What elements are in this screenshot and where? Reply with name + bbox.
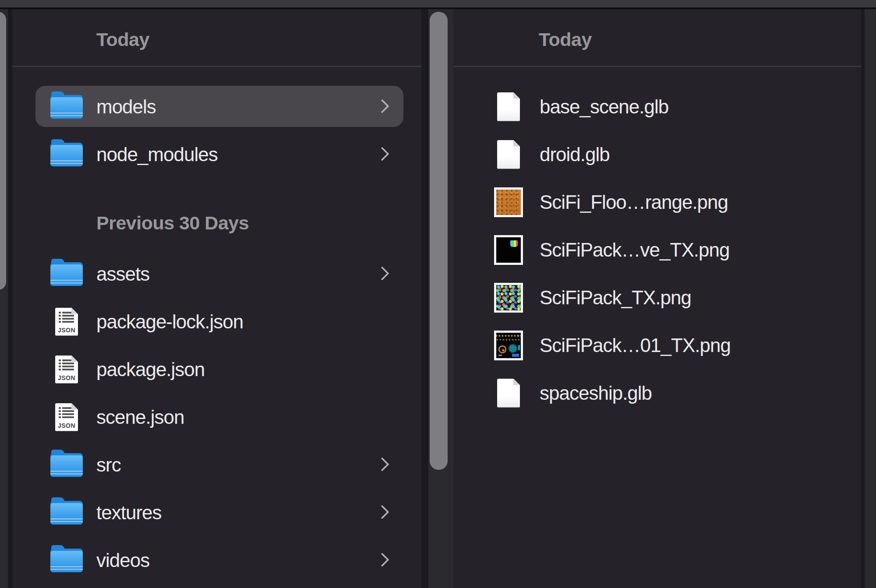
icon-slot: [493, 235, 524, 265]
scrollbar-thumb-left[interactable]: [0, 12, 6, 290]
file-row-package-lock-json[interactable]: package-lock.json: [12, 298, 421, 345]
file-row-scifipack-tx-png[interactable]: SciFiPack_TX.png: [453, 274, 861, 321]
folder-row-textures[interactable]: textures: [12, 489, 421, 536]
icon-slot: [50, 453, 83, 477]
scrollbar-track-right[interactable]: [865, 9, 876, 588]
file-row-scifipack-ve-tx-png[interactable]: SciFiPack…ve_TX.png: [453, 226, 861, 274]
item-label: SciFiPack_TX.png: [540, 287, 691, 309]
chevron-right-icon: [375, 505, 389, 519]
chevron-right-icon: [375, 553, 389, 567]
item-label: videos: [96, 549, 149, 571]
section-header-label: Today: [96, 29, 149, 50]
chevron-right-icon: [375, 266, 389, 281]
icon-slot: [50, 143, 83, 166]
item-label: SciFiPack…01_TX.png: [540, 334, 731, 356]
item-label: models: [96, 96, 156, 118]
chevron-right-icon: [375, 147, 389, 161]
icon-slot: [493, 379, 524, 408]
icon-slot: [493, 140, 524, 169]
folder-icon: [50, 501, 83, 525]
chevron-right-icon: [375, 457, 389, 472]
file-row-droid-glb[interactable]: droid.glb: [453, 130, 861, 178]
file-row-package-json[interactable]: package.json: [12, 345, 421, 393]
folder-icon: [50, 453, 83, 477]
folder-row-src[interactable]: src: [12, 441, 421, 489]
file-row-scene-json[interactable]: scene.json: [12, 393, 421, 441]
file-row-scifi-floo-range-png[interactable]: SciFi_Floo…range.png: [453, 178, 861, 226]
folder-icon: [50, 549, 83, 572]
finder-column-view: Today modelsnode_modulesPrevious 30 Days…: [0, 0, 876, 588]
chevron-right-icon: [375, 99, 389, 113]
folder-icon: [50, 95, 83, 119]
file-row-spaceship-glb[interactable]: spaceship.glb: [453, 369, 861, 417]
icon-slot: [50, 262, 83, 286]
item-label: src: [96, 454, 121, 476]
document-icon: [497, 379, 520, 408]
json-file-icon: [55, 356, 78, 384]
column-file-list: Today base_scene.glbdroid.glbSciFi_Floo……: [453, 9, 861, 588]
folder-row-models[interactable]: models: [12, 83, 421, 130]
item-label: node_modules: [96, 144, 218, 165]
image-thumbnail-icon: [494, 187, 523, 217]
item-label: SciFiPack…ve_TX.png: [540, 239, 729, 261]
item-label: package.json: [96, 359, 205, 380]
item-label: package-lock.json: [96, 311, 243, 333]
icon-slot: [50, 356, 83, 384]
item-label: spaceship.glb: [540, 382, 652, 404]
section-header-previous-30-days: Previous 30 Days: [12, 178, 421, 250]
right-rows: base_scene.glbdroid.glbSciFi_Floo…range.…: [453, 67, 861, 417]
icon-slot: [50, 549, 83, 572]
section-header-today: Today: [12, 9, 421, 66]
file-row-scifipack-01-tx-png[interactable]: SciFiPack…01_TX.png: [453, 321, 861, 369]
image-thumbnail-icon: [494, 331, 523, 360]
folder-row-node-modules[interactable]: node_modules: [12, 130, 421, 178]
item-label: base_scene.glb: [540, 96, 668, 118]
section-header-label: Today: [539, 29, 592, 50]
icon-slot: [493, 331, 524, 360]
section-header-today: Today: [453, 9, 861, 66]
folder-row-assets[interactable]: assets: [12, 250, 421, 298]
document-icon: [497, 92, 520, 121]
item-label: textures: [96, 502, 162, 524]
file-row-base-scene-glb[interactable]: base_scene.glb: [453, 83, 861, 130]
column-divider-left: [8, 9, 12, 588]
column-folder-list: Today modelsnode_modulesPrevious 30 Days…: [12, 9, 421, 588]
column-divider-middle: [421, 9, 428, 588]
folder-row-videos[interactable]: videos: [12, 536, 421, 584]
icon-slot: [50, 95, 83, 119]
scrollbar-thumb-middle[interactable]: [430, 12, 448, 470]
icon-slot: [493, 283, 524, 313]
section-header-label: Previous 30 Days: [96, 212, 249, 234]
image-thumbnail-icon: [494, 235, 523, 265]
icon-slot: [50, 501, 83, 525]
column-divider-right: [861, 9, 865, 588]
image-thumbnail-icon: [494, 283, 523, 313]
icon-slot: [50, 308, 83, 336]
left-rows: modelsnode_modulesPrevious 30 Daysassets…: [12, 67, 421, 584]
document-icon: [497, 140, 520, 169]
icon-slot: [493, 187, 524, 217]
folder-icon: [50, 262, 83, 286]
item-label: assets: [96, 263, 149, 285]
json-file-icon: [55, 403, 78, 431]
folder-icon: [50, 143, 83, 166]
window-titlebar-edge: [0, 0, 876, 9]
item-label: droid.glb: [540, 144, 610, 165]
json-file-icon: [55, 308, 78, 336]
item-label: scene.json: [96, 406, 184, 428]
item-label: SciFi_Floo…range.png: [540, 191, 728, 213]
icon-slot: [493, 92, 524, 121]
icon-slot: [50, 403, 83, 431]
